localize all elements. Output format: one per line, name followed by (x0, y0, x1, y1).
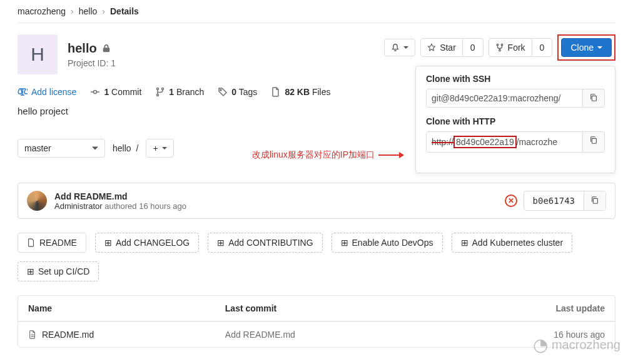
file-name: README.md (42, 330, 94, 340)
file-table: Name Last commit Last update README.md A… (18, 295, 615, 348)
fork-count[interactable]: 0 (532, 38, 553, 57)
copy-sha-button[interactable] (584, 191, 605, 210)
fork-button[interactable]: Fork (489, 38, 532, 57)
copy-http-button[interactable] (583, 131, 605, 153)
http-prefix: http:// (432, 137, 453, 147)
add-license-label: Add license (31, 87, 76, 97)
commit-sha[interactable]: b0e61743 (524, 191, 584, 210)
tags-stat[interactable]: 0 Tags (218, 87, 257, 97)
clone-http-title: Clone with HTTP (426, 116, 605, 126)
svg-rect-4 (592, 138, 596, 143)
http-suffix: /macrozhe (517, 137, 557, 147)
svg-point-1 (501, 44, 503, 46)
branch-selected: master (24, 143, 51, 153)
k8s-label: Add Kubernetes cluster (472, 238, 564, 248)
commit-avatar (27, 191, 47, 211)
file-link[interactable]: README.md (28, 330, 205, 340)
plus-box-icon: ⊞ (104, 238, 112, 248)
files-icon (271, 87, 281, 97)
table-row: README.md Add README.md 16 hours ago (18, 321, 615, 347)
branches-count: 1 (169, 87, 174, 97)
add-file-button[interactable]: + (146, 139, 173, 158)
project-avatar: H (18, 34, 58, 74)
divider (18, 23, 615, 23)
breadcrumb: macrozheng › hello › Details (18, 0, 615, 23)
svg-point-7 (162, 88, 164, 90)
svg-point-9 (220, 89, 221, 91)
svg-point-2 (499, 49, 500, 51)
breadcrumb-project[interactable]: hello (79, 6, 98, 16)
chevron-down-icon (92, 145, 98, 151)
plus-box-icon: ⊞ (461, 238, 468, 248)
star-label: Star (440, 43, 456, 53)
path-breadcrumb: hello / (113, 143, 138, 153)
pipeline-failed-icon[interactable]: ✕ (505, 195, 517, 207)
chevron-down-icon (162, 146, 167, 151)
clone-button[interactable]: Clone (561, 38, 612, 57)
cicd-label: Set up CI/CD (38, 266, 89, 276)
path-root[interactable]: hello (113, 143, 131, 153)
files-size: 82 KB (285, 87, 310, 97)
branch-select[interactable]: master (18, 139, 105, 158)
cicd-chip[interactable]: ⊞ Set up CI/CD (18, 261, 99, 281)
col-name[interactable]: Name (18, 296, 215, 321)
svg-rect-3 (592, 96, 596, 101)
chevron-right-icon: › (102, 6, 105, 16)
tags-count: 0 (231, 87, 236, 97)
project-title: hello (68, 41, 97, 56)
star-count[interactable]: 0 (463, 38, 484, 57)
tag-icon (218, 87, 228, 97)
copy-ssh-button[interactable] (583, 89, 605, 108)
files-stat[interactable]: 82 KB Files (271, 87, 330, 97)
fork-label: Fork (508, 43, 525, 53)
clone-ssh-title: Clone with SSH (426, 74, 605, 84)
svg-point-0 (497, 44, 499, 46)
contributing-label: Add CONTRIBUTING (228, 238, 313, 248)
breadcrumb-owner[interactable]: macrozheng (18, 6, 66, 16)
chevron-right-icon: › (71, 6, 74, 16)
project-header: H hello Project ID: 1 Star (18, 34, 615, 74)
k8s-chip[interactable]: ⊞ Add Kubernetes cluster (452, 233, 573, 253)
file-commit[interactable]: Add README.md (215, 321, 466, 347)
commit-icon (90, 87, 100, 97)
star-button[interactable]: Star (420, 38, 463, 57)
lock-icon (102, 44, 111, 53)
branches-label: Branch (176, 87, 204, 97)
commits-count: 1 (104, 87, 109, 97)
file-icon (28, 330, 37, 339)
contributing-chip[interactable]: ⊞ Add CONTRIBUTING (208, 233, 322, 253)
suggestion-chips: README ⊞ Add CHANGELOG ⊞ Add CONTRIBUTIN… (18, 233, 615, 253)
col-commit[interactable]: Last commit (215, 296, 466, 321)
readme-chip[interactable]: README (18, 233, 86, 253)
notifications-button[interactable] (384, 39, 415, 56)
commits-label: Commit (111, 87, 141, 97)
breadcrumb-current: Details (110, 6, 139, 16)
branch-icon (155, 87, 165, 97)
clone-ssh-input[interactable] (426, 89, 583, 108)
autodevops-label: Enable Auto DevOps (352, 238, 433, 248)
annotation-arrow (378, 154, 403, 156)
branches-stat[interactable]: 1 Branch (155, 87, 204, 97)
clone-dropdown: Clone with SSH Clone with HTTP http:// 8… (415, 66, 615, 173)
changelog-chip[interactable]: ⊞ Add CHANGELOG (95, 233, 199, 253)
commit-author[interactable]: Administrator (54, 201, 103, 211)
highlight-clone: Clone (557, 34, 615, 61)
plus-box-icon: ⊞ (27, 266, 34, 276)
plus-icon: + (153, 143, 158, 153)
svg-point-8 (157, 94, 159, 96)
path-sep: / (136, 143, 139, 153)
project-id: Project ID: 1 (68, 58, 116, 68)
readme-label: README (39, 238, 77, 248)
svg-point-6 (157, 88, 159, 90)
commit-time: 16 hours ago (139, 201, 186, 211)
add-license-link[interactable]: Add license (18, 87, 76, 97)
autodevops-chip[interactable]: ⊞ Enable Auto DevOps (332, 233, 443, 253)
doc-icon (27, 238, 36, 247)
annotation-text: 改成linux服务器对应的IP加端口 (252, 149, 375, 161)
commit-message[interactable]: Add README.md (54, 191, 186, 201)
commits-stat[interactable]: 1 Commit (90, 87, 141, 97)
last-commit-card: Add README.md Administrator authored 16 … (18, 183, 615, 219)
plus-box-icon: ⊞ (217, 238, 225, 248)
col-update[interactable]: Last update (465, 296, 615, 321)
clone-http-input[interactable]: http:// 8d49c0e22a19 /macrozhe (426, 131, 583, 153)
